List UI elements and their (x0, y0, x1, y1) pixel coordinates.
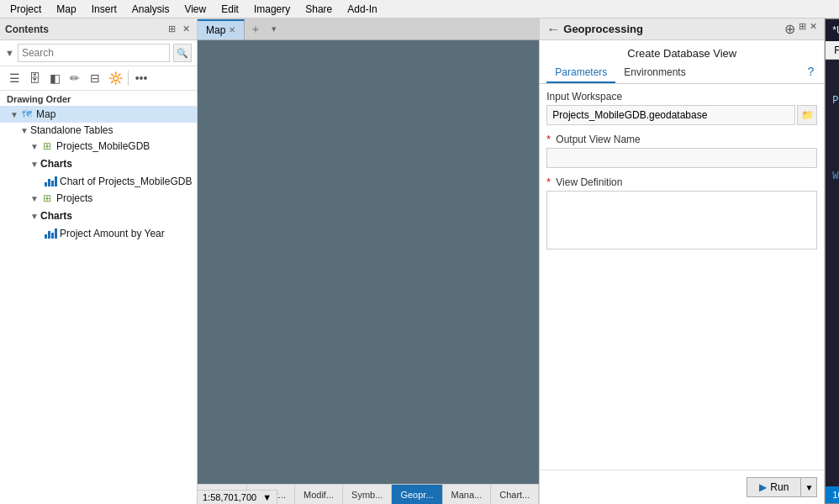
geo-sub-title: Create Database View (540, 40, 824, 63)
code-line-1: Projects_MobileGDB_FillerRows_VW (832, 93, 839, 108)
geo-tab-parameters[interactable]: Parameters (546, 63, 615, 83)
list-view-icon[interactable]: ☰ (5, 69, 24, 87)
map-icon: 🗺 (20, 108, 34, 121)
output-view-name-group: * Output View Name (546, 134, 817, 168)
geo-close-icon[interactable]: ✕ (810, 21, 817, 37)
database-icon[interactable]: 🗄 (25, 69, 44, 87)
run-label: Run (770, 481, 789, 493)
geo-footer: ▶ Run ▼ (540, 470, 824, 504)
tree-charts-header-2[interactable]: ▼ Charts (0, 207, 197, 225)
geo-add-icon[interactable]: ⊕ (784, 21, 795, 37)
tree-chart-1[interactable]: Chart of Projects_MobileGDB (0, 173, 197, 190)
view-definition-textarea[interactable] (546, 191, 817, 249)
notepad-title-bar: *Untitled - Notepad ─ □ ✕ (826, 19, 839, 41)
input-workspace-field[interactable] (546, 105, 795, 125)
code-line-6: UNION ALL (832, 290, 839, 305)
run-dropdown-button[interactable]: ▼ (801, 477, 817, 497)
notepad-menu: File Edit Format View Help (826, 41, 839, 60)
toolbar-separator (128, 71, 129, 86)
pin-tab-icon[interactable]: ▾ (266, 20, 282, 38)
menu-edit[interactable]: Edit (214, 2, 245, 17)
notepad-window: *Untitled - Notepad ─ □ ✕ File Edit Form… (825, 18, 839, 504)
run-button[interactable]: ▶ Run (747, 477, 801, 497)
tab-symb[interactable]: Symb... (343, 485, 392, 504)
tree-projects[interactable]: ▼ ⊞ Projects (0, 190, 197, 207)
notepad-content[interactable]: Projects_MobileGDB_FillerRows_VW WITH RE… (826, 60, 839, 486)
tree-projects-label: Projects (56, 192, 92, 204)
tree-item-map[interactable]: ▼ 🗺 Map (0, 106, 197, 123)
map-tab-label: Map (206, 24, 225, 36)
geo-nav: ← Geoprocessing (546, 22, 643, 37)
search-input[interactable] (18, 44, 170, 62)
menu-insert[interactable]: Insert (85, 2, 124, 17)
geo-tabs: Parameters Environments ? (540, 63, 824, 84)
expand-tables-icon[interactable]: ▼ (20, 126, 30, 135)
contents-panel: Contents ⊞ ✕ ▼ 🔍 ☰ 🗄 ◧ ✏ ⊟ 🔆 ••• Drawing… (0, 18, 198, 504)
menu-share[interactable]: Share (298, 2, 339, 17)
standalone-tables-label: Standalone Tables (30, 124, 113, 136)
expand-map-icon[interactable]: ▼ (10, 110, 20, 119)
expand-projects-icon[interactable]: ▼ (30, 194, 40, 203)
geo-header-controls: ⊕ ⊞ ✕ (784, 21, 817, 37)
add-tab-icon[interactable]: ＋ (245, 18, 266, 40)
notepad-title: *Untitled - Notepad (832, 24, 839, 36)
contents-header: Contents ⊞ ✕ (0, 18, 197, 40)
expand-pmgdb-icon[interactable]: ▼ (30, 142, 40, 151)
charts-label-2: Charts (40, 208, 72, 223)
output-view-label-text: Output View Name (556, 134, 641, 145)
workspace-browse-button[interactable]: 📁 (797, 105, 817, 125)
tree-charts-header-1[interactable]: ▼ Charts (0, 155, 197, 173)
chart-icon-1 (44, 175, 57, 188)
geo-help-icon[interactable]: ? (804, 63, 817, 83)
map-content (198, 40, 539, 484)
pin-icon[interactable]: ⊞ (166, 23, 177, 35)
menu-view[interactable]: View (177, 2, 213, 17)
panel-controls: ⊞ ✕ (166, 23, 192, 35)
output-view-row (546, 148, 817, 168)
pencil-icon[interactable]: ✏ (66, 69, 84, 87)
menu-project[interactable]: Project (3, 2, 48, 17)
tab-chart[interactable]: Chart... (491, 485, 539, 504)
run-icon: ▶ (759, 481, 767, 493)
expand-charts2-icon[interactable]: ▼ (30, 212, 40, 221)
required-marker-1: * (546, 134, 551, 145)
tab-mana[interactable]: Mana... (443, 485, 492, 504)
output-view-name-field[interactable] (546, 148, 817, 168)
menu-imagery[interactable]: Imagery (247, 2, 297, 17)
geo-tab-environments[interactable]: Environments (615, 63, 694, 83)
geo-pin-icon[interactable]: ⊞ (799, 21, 806, 37)
menu-analysis[interactable]: Analysis (125, 2, 177, 17)
more-icon[interactable]: ••• (132, 69, 150, 87)
close-panel-icon[interactable]: ✕ (181, 23, 192, 35)
frame-icon[interactable]: ⊟ (86, 69, 104, 87)
geo-content: Input Workspace 📁 * Output View Name (540, 84, 824, 470)
map-tab[interactable]: Map ✕ (198, 19, 245, 39)
geo-back-icon[interactable]: ← (546, 22, 560, 37)
tab-geopr[interactable]: Geopr... (392, 485, 442, 504)
search-button[interactable]: 🔍 (173, 44, 192, 62)
view-def-label-text: View Definition (556, 176, 622, 188)
tree-chart-2[interactable]: Project Amount by Year (0, 225, 197, 242)
notepad-file-menu[interactable]: File (829, 44, 839, 57)
view-definition-group: * View Definition (546, 176, 817, 252)
menu-addin[interactable]: Add-In (340, 2, 383, 17)
toolbar-row: ☰ 🗄 ◧ ✏ ⊟ 🔆 ••• (0, 66, 197, 91)
expand-charts1-icon[interactable]: ▼ (30, 160, 40, 169)
tree-projects-mobilegdb[interactable]: ▼ ⊞ Projects_MobileGDB (0, 138, 197, 155)
contents-title: Contents (5, 24, 49, 35)
menu-map[interactable]: Map (50, 2, 82, 17)
highlight-icon[interactable]: 🔆 (106, 69, 124, 87)
layer-icon[interactable]: ◧ (45, 69, 64, 87)
table-icon-1: ⊞ (40, 139, 54, 153)
map-scale: 1:58,701,700 ▼ (198, 490, 277, 504)
scale-dropdown-icon[interactable]: ▼ (262, 492, 272, 502)
tree-standalone-tables[interactable]: ▼ Standalone Tables (0, 123, 197, 138)
filter-icon: ▼ (5, 48, 14, 58)
input-workspace-label: Input Workspace (546, 91, 817, 102)
map-tab-close-icon[interactable]: ✕ (229, 25, 235, 34)
menu-bar: Project Map Insert Analysis View Edit Im… (0, 0, 839, 18)
map-tab-bar: Map ✕ ＋ ▾ (198, 18, 539, 40)
tab-modif[interactable]: Modif... (295, 485, 343, 504)
notepad-zoom: 100% (832, 490, 839, 500)
contents-tree: Drawing Order ▼ 🗺 Map ▼ Standalone Table… (0, 91, 197, 504)
